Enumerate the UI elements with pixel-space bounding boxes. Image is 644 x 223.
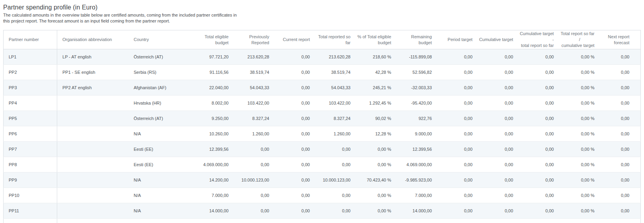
cell-next_report_forecast: 0,00 (600, 111, 640, 126)
cell-previously_reported: 54.043,33 (234, 80, 275, 96)
cell-total_div_cum: 0,00 % (559, 188, 600, 203)
cell-period_target: 0,00 (437, 157, 478, 172)
table-row: PP4Hrvatska (HR)8.002,00103.422,000,0010… (4, 96, 641, 111)
cell-pct_total_eligible: 12,28 % (356, 126, 397, 142)
cell-pct_total_eligible: 1.292,45 % (356, 96, 397, 111)
total-cell-cumulative_target: 0,00 (478, 219, 519, 223)
cell-next_report_forecast: 0,00 (600, 203, 640, 219)
column-header-cumulative_target: Cumulative target (478, 30, 519, 49)
cell-total_eligible_budget: 10.260,00 (193, 126, 234, 142)
cell-cumulative_target: 0,00 (478, 172, 519, 188)
cell-current_report: 0,00 (275, 188, 315, 203)
cell-remaining_budget: -32.003,33 (397, 80, 437, 96)
cell-remaining_budget: 4.069.000,00 (397, 157, 437, 172)
cell-org_abbr: LP - AT english (57, 49, 129, 65)
cell-country: N/A (129, 203, 193, 219)
cell-total_reported_so_far: 213.620,28 (315, 49, 356, 65)
cell-current_report: 0,00 (275, 126, 315, 142)
page-title: Partner spending profile (in Euro) (3, 4, 641, 11)
column-header-current_report: Current report (275, 30, 315, 49)
cell-total_reported_so_far: 8.327,24 (315, 111, 356, 126)
cell-previously_reported: 8.327,24 (234, 111, 275, 126)
cell-pct_total_eligible: 0,00 % (356, 188, 397, 203)
cell-total_reported_so_far: 0,00 (315, 142, 356, 157)
cell-org_abbr (57, 96, 129, 111)
cell-cumulative_target: 0,00 (478, 157, 519, 172)
page-subtitle-line-1: The calculated amounts in the overview t… (3, 13, 237, 17)
cell-total_eligible_budget: 9.250,00 (193, 111, 234, 126)
table-row: PP10N/A7.000,000,000,000,000,00 %7.000,0… (4, 188, 641, 203)
cell-country: Hrvatska (HR) (129, 96, 193, 111)
column-header-country: Country (129, 30, 193, 49)
cell-total_eligible_budget: 4.069.000,00 (193, 157, 234, 172)
cell-total_eligible_budget: 12.399,56 (193, 142, 234, 157)
cell-previously_reported: 10.000.123,00 (234, 172, 275, 188)
table-row: PP6N/A10.260,001.260,000,001.260,0012,28… (4, 126, 641, 142)
cell-remaining_budget: 7.000,00 (397, 188, 437, 203)
cell-total_eligible_budget: 14.200,00 (193, 172, 234, 188)
cell-total_div_cum: 0,00 % (559, 142, 600, 157)
cell-total_div_cum: 0,00 % (559, 126, 600, 142)
cell-cum_minus_total: 0,00 (519, 157, 559, 172)
total-cell-org_abbr (57, 219, 129, 223)
cell-next_report_forecast: 0,00 (600, 126, 640, 142)
cell-next_report_forecast: 0,00 (600, 188, 640, 203)
cell-next_report_forecast: 0,00 (600, 96, 640, 111)
cell-current_report: 0,00 (275, 203, 315, 219)
cell-cumulative_target: 0,00 (478, 80, 519, 96)
table-row: PP3PP2 AT englishAfghanistan (AF)22.040,… (4, 80, 641, 96)
total-cell-total_reported_so_far: 10.419.315,59 (315, 219, 356, 223)
cell-current_report: 0,00 (275, 80, 315, 96)
cell-org_abbr (57, 111, 129, 126)
cell-org_abbr (57, 157, 129, 172)
table-row: PP9N/A14.200,0010.000.123,000,0010.000.1… (4, 172, 641, 188)
column-header-org_abbr: Organisation abbreviation (57, 30, 129, 49)
cell-total_eligible_budget: 22.040,00 (193, 80, 234, 96)
cell-previously_reported: 0,00 (234, 157, 275, 172)
cell-current_report: 0,00 (275, 49, 315, 65)
cell-cum_minus_total: 0,00 (519, 172, 559, 188)
cell-total_reported_so_far: 0,00 (315, 188, 356, 203)
table-header-row: Partner numberOrganisation abbreviationC… (4, 30, 641, 49)
total-cell-current_report: 0,00 (275, 219, 315, 223)
cell-cum_minus_total: 0,00 (519, 65, 559, 80)
cell-current_report: 0,00 (275, 142, 315, 157)
cell-total_div_cum: 0,00 % (559, 96, 600, 111)
table-row: PP11N/A14.000,000,000,000,000,00 %14.000… (4, 203, 641, 219)
cell-cum_minus_total: 0,00 (519, 142, 559, 157)
table-row: PP7Eesti (EE)12.399,560,000,000,000,00 %… (4, 142, 641, 157)
cell-pct_total_eligible: 42,28 % (356, 65, 397, 80)
table-footer: Total4.354.989,3210.419.315,590,0010.419… (4, 219, 641, 223)
cell-cum_minus_total: 0,00 (519, 49, 559, 65)
cell-previously_reported: 38.519,74 (234, 65, 275, 80)
cell-org_abbr: PP2 AT english (57, 80, 129, 96)
cell-total_eligible_budget: 97.721,20 (193, 49, 234, 65)
cell-period_target: 0,00 (437, 65, 478, 80)
cell-cumulative_target: 0,00 (478, 49, 519, 65)
column-header-period_target: Period target (437, 30, 478, 49)
cell-remaining_budget: 14.000,00 (397, 203, 437, 219)
cell-next_report_forecast: 0,00 (600, 172, 640, 188)
cell-country: N/A (129, 126, 193, 142)
cell-period_target: 0,00 (437, 96, 478, 111)
cell-total_div_cum: 0,00 % (559, 172, 600, 188)
cell-cumulative_target: 0,00 (478, 188, 519, 203)
cell-period_target: 0,00 (437, 126, 478, 142)
cell-total_reported_so_far: 0,00 (315, 203, 356, 219)
cell-pct_total_eligible: 0,00 % (356, 157, 397, 172)
cell-cumulative_target: 0,00 (478, 142, 519, 157)
table-row: PP8Eesti (EE)4.069.000,000,000,000,000,0… (4, 157, 641, 172)
cell-pct_total_eligible: 245,21 % (356, 80, 397, 96)
cell-cumulative_target: 0,00 (478, 203, 519, 219)
cell-period_target: 0,00 (437, 172, 478, 188)
cell-total_div_cum: 0,00 % (559, 157, 600, 172)
cell-partner_number: PP10 (4, 188, 57, 203)
cell-cum_minus_total: 0,00 (519, 203, 559, 219)
cell-country: Afghanistan (AF) (129, 80, 193, 96)
column-header-total_div_cum: Total report so far/cumulative target (559, 30, 600, 49)
cell-org_abbr (57, 172, 129, 188)
cell-period_target: 0,00 (437, 80, 478, 96)
cell-pct_total_eligible: 218,60 % (356, 49, 397, 65)
cell-org_abbr (57, 126, 129, 142)
cell-remaining_budget: 52.596,82 (397, 65, 437, 80)
